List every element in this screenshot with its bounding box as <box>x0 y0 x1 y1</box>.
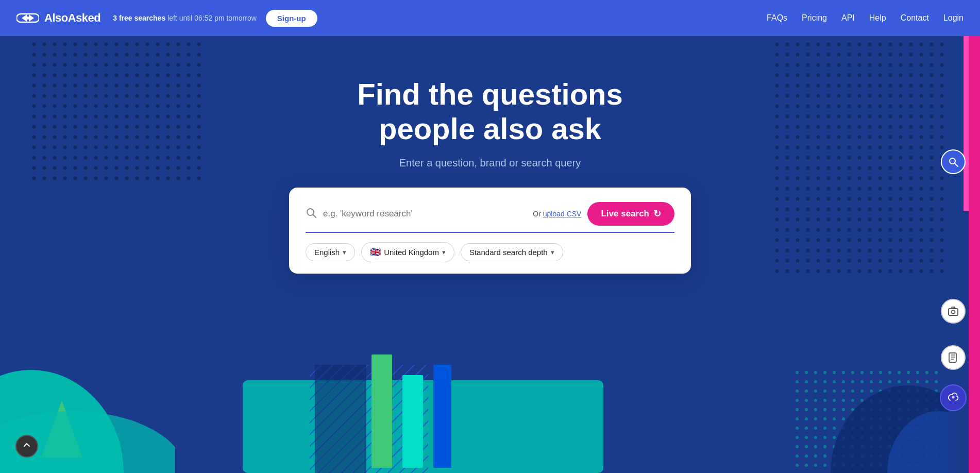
logo-text: AlsoAsked <box>44 11 100 25</box>
live-search-button[interactable]: Live search ↻ <box>587 202 674 226</box>
svg-marker-1 <box>22 14 27 22</box>
dropdowns-row: English ▾ 🇬🇧 United Kingdom ▾ Standard s… <box>306 242 674 262</box>
pink-accent-bar-top <box>964 36 969 211</box>
svg-rect-18 <box>402 375 423 468</box>
nav-faqs[interactable]: FAQs <box>767 13 787 23</box>
svg-point-3 <box>26 16 29 20</box>
language-label: English <box>314 248 340 257</box>
hero-title: Find the questions people also ask <box>357 77 623 146</box>
svg-rect-27 <box>949 353 956 362</box>
search-box: Or upload CSV Live search ↻ English ▾ 🇬🇧… <box>289 188 691 274</box>
svg-rect-17 <box>371 354 392 468</box>
svg-point-26 <box>952 310 955 314</box>
depth-label: Standard search depth <box>469 248 548 257</box>
country-dropdown[interactable]: 🇬🇧 United Kingdom ▾ <box>361 242 454 262</box>
signup-button[interactable]: Sign-up <box>266 10 317 27</box>
country-chevron: ▾ <box>442 248 446 256</box>
nav-contact[interactable]: Contact <box>901 13 929 23</box>
navbar: AlsoAsked 3 free searches left until 06:… <box>0 0 980 36</box>
refresh-icon: ↻ <box>653 208 661 219</box>
svg-marker-2 <box>29 14 34 22</box>
logo-link[interactable]: AlsoAsked <box>16 11 100 25</box>
nav-links: FAQs Pricing API Help Contact Login <box>767 13 964 23</box>
svg-rect-5 <box>31 41 206 185</box>
search-input[interactable] <box>323 209 527 219</box>
nav-help[interactable]: Help <box>869 13 886 23</box>
shape-bottom-center <box>243 349 737 473</box>
nav-login[interactable]: Login <box>943 13 964 23</box>
hero-subtitle: Enter a question, brand or search query <box>399 157 581 169</box>
upload-csv-link[interactable]: upload CSV <box>543 210 582 218</box>
svg-rect-25 <box>949 309 958 315</box>
svg-rect-19 <box>433 365 451 468</box>
side-camera-icon[interactable] <box>941 299 966 324</box>
country-label: United Kingdom <box>384 248 439 257</box>
nav-api[interactable]: API <box>841 13 855 23</box>
side-search-icon[interactable] <box>941 149 966 174</box>
upload-csv-text: Or upload CSV <box>533 210 581 218</box>
side-book-icon[interactable] <box>941 345 966 370</box>
dot-pattern-top-left <box>31 41 206 185</box>
svg-line-33 <box>313 214 316 217</box>
logo-icon <box>16 11 39 25</box>
search-icon <box>306 207 317 221</box>
free-searches-text: 3 free searches left until 06:52 pm tomo… <box>113 14 257 22</box>
side-brain-icon[interactable] <box>940 384 967 411</box>
side-info-icon[interactable] <box>15 435 38 458</box>
shape-right <box>815 344 949 473</box>
nav-pricing[interactable]: Pricing <box>802 13 827 23</box>
language-dropdown[interactable]: English ▾ <box>306 243 355 261</box>
dot-pattern-top-right <box>774 41 949 278</box>
hero-section: Find the questions people also ask Enter… <box>0 36 980 473</box>
svg-line-24 <box>955 163 958 166</box>
language-chevron: ▾ <box>343 248 346 256</box>
pink-accent-bar <box>969 36 980 473</box>
uk-flag-icon: 🇬🇧 <box>370 247 381 258</box>
search-input-row: Or upload CSV Live search ↻ <box>306 202 674 233</box>
svg-point-31 <box>952 396 955 399</box>
depth-dropdown[interactable]: Standard search depth ▾ <box>461 243 563 261</box>
svg-rect-7 <box>774 41 949 278</box>
depth-chevron: ▾ <box>551 248 554 256</box>
svg-rect-20 <box>315 365 366 473</box>
